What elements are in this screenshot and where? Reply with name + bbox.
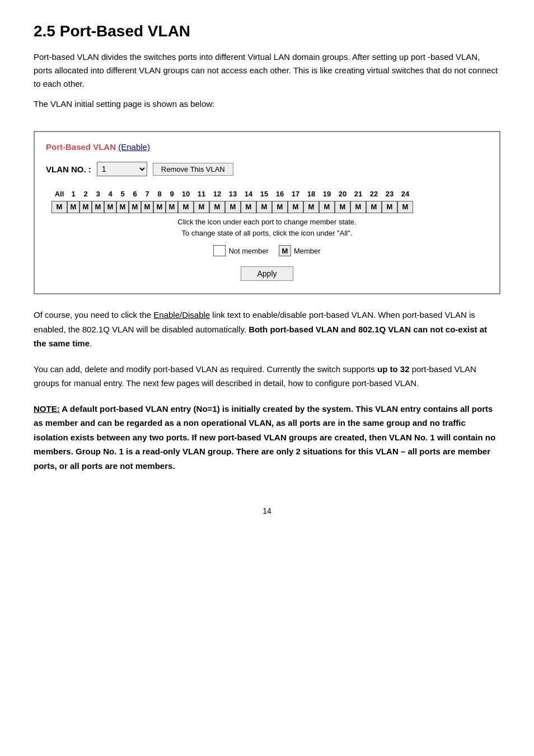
vlan-no-select[interactable]: 1: [97, 162, 147, 176]
port-m-24[interactable]: M: [397, 201, 413, 213]
member-label: Member: [294, 247, 321, 255]
port-num-14: 14: [241, 189, 256, 201]
port-num-7: 7: [141, 189, 153, 201]
note-text: A default port-based VLAN entry (No=1) i…: [34, 404, 495, 471]
not-member-label: Not member: [228, 247, 269, 255]
port-num-15: 15: [256, 189, 272, 201]
port-m-16[interactable]: M: [272, 201, 288, 213]
port-num-1: 1: [67, 189, 79, 201]
port-m-8[interactable]: M: [153, 201, 166, 213]
enable-disable-text[interactable]: Enable/Disable: [153, 310, 210, 320]
port-m-21[interactable]: M: [350, 201, 366, 213]
port-num-13: 13: [225, 189, 241, 201]
port-num-10: 10: [178, 189, 194, 201]
port-hint: Click the icon under each port to change…: [46, 217, 488, 238]
port-m-11[interactable]: M: [194, 201, 209, 213]
port-num-5: 5: [116, 189, 129, 201]
vlan-configuration-box: Port-Based VLAN (Enable) VLAN NO. : 1 Re…: [34, 131, 500, 294]
port-num-22: 22: [366, 189, 382, 201]
paragraph-add-delete: You can add, delete and modify port-base…: [34, 362, 500, 391]
port-m-10[interactable]: M: [178, 201, 194, 213]
page-number: 14: [34, 506, 500, 515]
vlan-no-label: VLAN NO. :: [46, 165, 91, 174]
port-m-5[interactable]: M: [116, 201, 129, 213]
note-label: NOTE:: [34, 404, 60, 414]
port-m-18[interactable]: M: [303, 201, 319, 213]
port-num-23: 23: [382, 189, 397, 201]
vlan-box-title-text: Port-Based VLAN: [46, 142, 116, 152]
port-num-19: 19: [319, 189, 335, 201]
remove-vlan-button[interactable]: Remove This VLAN: [153, 163, 233, 176]
port-m-15[interactable]: M: [256, 201, 272, 213]
port-m-19[interactable]: M: [319, 201, 335, 213]
port-num-24: 24: [397, 189, 413, 201]
port-num-11: 11: [194, 189, 209, 201]
intro-paragraph: Port-based VLAN divides the switches por…: [34, 50, 500, 91]
member-box: M: [279, 245, 291, 256]
legend-row: Not member M Member: [46, 245, 488, 256]
port-num-6: 6: [129, 189, 141, 201]
port-m-4[interactable]: M: [104, 201, 116, 213]
legend-member: M Member: [279, 245, 321, 256]
port-m-13[interactable]: M: [225, 201, 241, 213]
legend-not-member: Not member: [213, 245, 269, 256]
port-m-12[interactable]: M: [209, 201, 225, 213]
vlan-no-row: VLAN NO. : 1 Remove This VLAN: [46, 162, 488, 176]
port-table: All 1 2 3 4 5 6 7 8 9 10 11 12 13 14 15 …: [51, 189, 488, 213]
port-num-2: 2: [79, 189, 92, 201]
port-m-22[interactable]: M: [366, 201, 382, 213]
all-header-label: All: [51, 189, 67, 201]
port-m-1[interactable]: M: [67, 201, 79, 213]
port-num-8: 8: [153, 189, 166, 201]
port-member-row: M M M M M M M M M M M M M M M M M M M M …: [51, 201, 413, 213]
port-m-9[interactable]: M: [166, 201, 178, 213]
port-m-2[interactable]: M: [79, 201, 92, 213]
not-member-box: [213, 245, 226, 256]
port-m-14[interactable]: M: [241, 201, 256, 213]
port-m-20[interactable]: M: [335, 201, 350, 213]
port-m-23[interactable]: M: [382, 201, 397, 213]
enable-disable-link[interactable]: (Enable): [118, 142, 150, 152]
paragraph-enable-disable: Of course, you need to click the Enable/…: [34, 308, 500, 351]
port-m-17[interactable]: M: [288, 201, 303, 213]
port-number-header-row: All 1 2 3 4 5 6 7 8 9 10 11 12 13 14 15 …: [51, 189, 413, 201]
port-num-4: 4: [104, 189, 116, 201]
page-title: 2.5 Port-Based VLAN: [34, 22, 500, 40]
note-paragraph: NOTE: A default port-based VLAN entry (N…: [34, 402, 500, 473]
intro-paragraph2: The VLAN initial setting page is shown a…: [34, 97, 500, 111]
apply-row: Apply: [46, 266, 488, 281]
apply-button[interactable]: Apply: [241, 266, 293, 281]
both-vlan-note: Both port-based VLAN and 802.1Q VLAN can…: [34, 325, 487, 349]
vlan-box-title: Port-Based VLAN (Enable): [46, 142, 488, 152]
port-num-3: 3: [92, 189, 104, 201]
up-to-32: up to 32: [377, 364, 410, 374]
port-num-20: 20: [335, 189, 350, 201]
port-num-21: 21: [350, 189, 366, 201]
port-m-3[interactable]: M: [92, 201, 104, 213]
port-num-9: 9: [166, 189, 178, 201]
port-m-7[interactable]: M: [141, 201, 153, 213]
port-num-16: 16: [272, 189, 288, 201]
port-num-17: 17: [288, 189, 303, 201]
port-num-18: 18: [303, 189, 319, 201]
all-m-cell[interactable]: M: [51, 201, 67, 213]
port-m-6[interactable]: M: [129, 201, 141, 213]
port-num-12: 12: [209, 189, 225, 201]
